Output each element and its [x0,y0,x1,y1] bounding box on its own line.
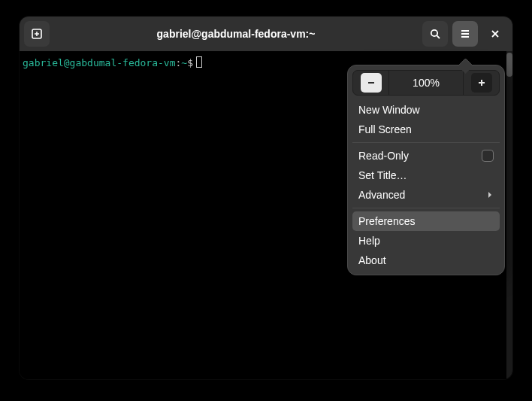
menu-item-new-window[interactable]: New Window [352,100,500,120]
menu-item-label: Full Screen [358,123,494,135]
menu-item-set-title[interactable]: Set Title… [352,166,500,185]
svg-line-4 [437,35,440,38]
menu-item-help[interactable]: Help [352,231,500,251]
new-tab-button[interactable] [24,21,50,47]
search-icon [429,28,441,40]
prompt-cwd: ~ [181,57,187,68]
menu-item-label: About [358,254,494,266]
window-title: gabriel@gabdumal-fedora-vm:~ [54,28,418,40]
zoom-controls: 100% [352,70,500,96]
hamburger-menu-button[interactable] [452,21,478,47]
main-menu-popover: 100% New Window Full Screen Read-Only Se… [347,65,505,275]
zoom-in-button[interactable] [471,73,492,93]
zoom-out-button[interactable] [361,73,382,93]
menu-item-read-only[interactable]: Read-Only [352,146,500,166]
menu-item-about[interactable]: About [352,251,500,270]
svg-point-3 [431,30,437,36]
close-window-button[interactable] [482,21,508,47]
close-icon [490,29,500,39]
prompt-sigil: $ [187,57,193,68]
search-button[interactable] [422,21,448,47]
menu-item-label: Help [358,235,494,247]
menu-item-label: Read-Only [358,150,482,162]
menu-item-preferences[interactable]: Preferences [352,211,500,231]
menu-separator [352,208,500,208]
chevron-right-icon [486,191,494,199]
menu-separator [352,142,500,143]
plus-icon [477,78,486,87]
menu-item-label: Advanced [358,189,486,201]
menu-item-label: Preferences [358,215,494,227]
zoom-level[interactable]: 100% [389,71,463,95]
scrollbar-thumb[interactable] [506,53,512,77]
minus-icon [367,78,376,87]
hamburger-icon [459,28,471,40]
menu-item-label: New Window [358,104,494,116]
menu-item-full-screen[interactable]: Full Screen [352,120,500,139]
titlebar: gabriel@gabdumal-fedora-vm:~ [20,17,512,51]
menu-item-advanced[interactable]: Advanced [352,185,500,205]
checkbox-unchecked[interactable] [482,150,494,162]
menu-item-label: Set Title… [358,169,494,181]
prompt-user-host: gabriel@gabdumal-fedora-vm [23,57,176,68]
text-cursor [196,56,202,68]
scrollbar[interactable] [506,51,512,379]
new-tab-icon [31,28,43,40]
